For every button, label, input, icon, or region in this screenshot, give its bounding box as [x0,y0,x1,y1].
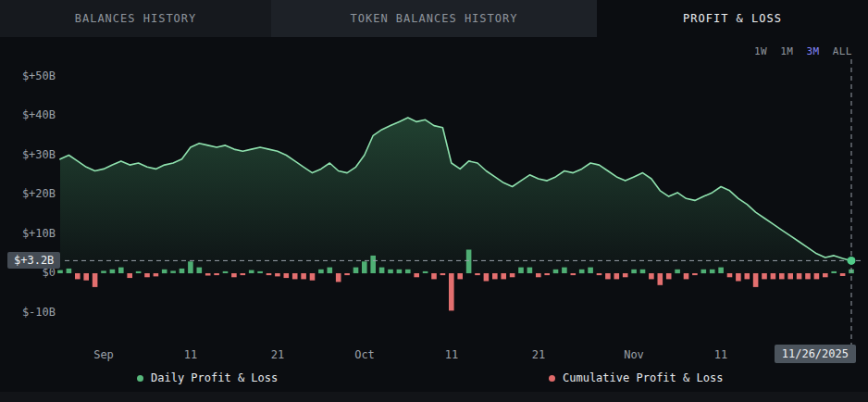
range-option-1m[interactable]: 1M [780,45,793,57]
range-option-1w[interactable]: 1W [754,45,767,57]
pnl-chart[interactable] [0,0,868,402]
cumulative-series-color-dot [549,375,555,382]
time-range-selector: 1W 1M 3M ALL [754,45,852,57]
daily-series-color-dot [137,375,143,382]
range-option-all[interactable]: ALL [833,45,852,57]
legend-label-daily: Daily Profit & Loss [151,371,278,384]
x-axis-label: 11 [168,348,213,361]
current-value-badge: $+3.2B [7,252,60,269]
y-axis-label: $+50B [6,69,56,82]
current-date-badge: 11/26/2025 [775,345,856,363]
x-axis-label: Oct [342,348,387,361]
x-axis-label: Sep [81,348,126,361]
y-axis-label: $-10B [6,306,56,319]
range-option-3m[interactable]: 3M [806,45,819,57]
legend-item-cumulative[interactable]: Cumulative Profit & Loss [549,371,723,384]
pnl-dashboard: BALANCES HISTORY TOKEN BALANCES HISTORY … [0,0,868,402]
x-axis-label: 21 [255,348,300,361]
x-axis-label: 11 [429,348,474,361]
x-axis-label: 11 [699,348,743,361]
x-axis-label: Nov [612,348,656,361]
x-axis-label: 21 [516,348,561,361]
legend-item-daily[interactable]: Daily Profit & Loss [137,371,278,384]
y-axis-label: $+40B [6,108,56,121]
y-axis-label: $+20B [6,187,56,200]
y-axis-label: $+30B [6,148,56,161]
y-axis-label: $+10B [6,227,56,240]
legend-label-cumulative: Cumulative Profit & Loss [563,371,723,384]
